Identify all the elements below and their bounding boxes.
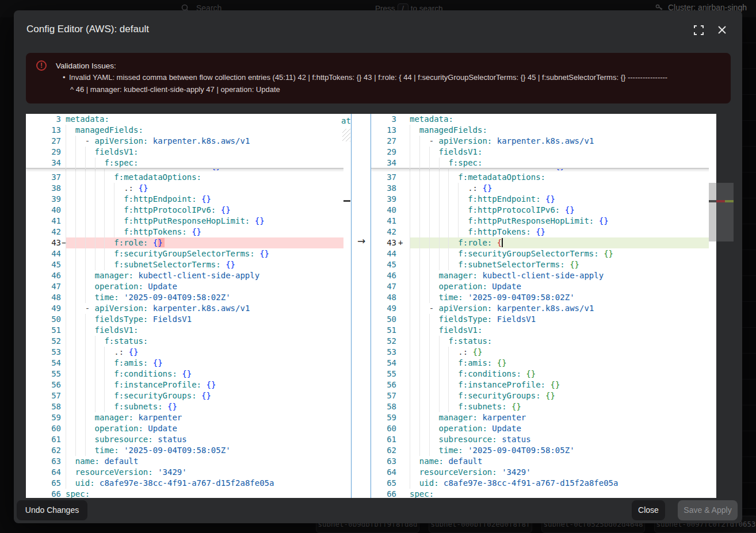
line-number: 53 [26, 347, 61, 358]
code-line[interactable]: 60operation: Update [371, 423, 716, 434]
line-number: 52 [371, 336, 396, 347]
code-line[interactable]: 46manager: kubectl-client-side-apply [371, 270, 716, 281]
expand-icon[interactable] [694, 25, 704, 36]
code-line[interactable]: 42f:httpTokens: {} [26, 227, 351, 237]
code-line[interactable]: 13managedFields: [371, 125, 716, 136]
code-line[interactable]: 47operation: Update [371, 281, 716, 292]
code-line[interactable]: 50fieldsType: FieldsV1 [371, 314, 716, 325]
code-line[interactable]: 45f:subnetSelectorTerms: {} [26, 259, 351, 270]
line-number: 51 [26, 325, 61, 336]
line-number: 39 [26, 194, 61, 205]
code-line[interactable]: 59manager: karpenter [371, 412, 716, 423]
code-line[interactable]: 55f:conditions: {} [371, 369, 716, 379]
clipped-line: f:amiSelectorTerms: {} [371, 169, 716, 172]
overview-slider [716, 183, 734, 241]
code-line[interactable]: 63name: default [371, 456, 716, 467]
code-line[interactable]: 64resourceVersion: '3429' [371, 467, 716, 478]
code-line[interactable]: 58f:subnets: {} [26, 401, 351, 412]
code-line[interactable]: 27- apiVersion: karpenter.k8s.aws/v1 [371, 136, 716, 147]
code-line[interactable]: 51fieldsV1: [26, 325, 351, 336]
close-icon[interactable] [717, 25, 727, 36]
code-line[interactable]: 43+f:role: { [371, 237, 716, 248]
code-line[interactable]: 55f:conditions: {} [26, 369, 351, 379]
line-number: 53 [371, 347, 396, 358]
code-line[interactable]: 63name: default [26, 456, 351, 467]
code-line[interactable]: 50fieldsType: FieldsV1 [26, 314, 351, 325]
code-line[interactable]: 49- apiVersion: karpenter.k8s.aws/v1 [26, 303, 351, 314]
scrollbar-thumb[interactable] [709, 183, 716, 241]
code-line[interactable]: 41f:httpPutResponseHopLimit: {} [26, 216, 351, 227]
code-line[interactable]: 58f:subnets: {} [371, 401, 716, 412]
code-line[interactable]: 37f:metadataOptions: [26, 172, 351, 183]
code-line[interactable]: 60operation: Update [26, 423, 351, 434]
code-line[interactable]: 29fieldsV1: [26, 147, 351, 158]
modified-pane[interactable]: 37f:metadataOptions:38.: {}39f:httpEndpo… [371, 114, 716, 498]
code-line[interactable]: 46manager: kubectl-client-side-apply [26, 270, 351, 281]
code-line[interactable]: 66spec: [371, 489, 716, 498]
code-line[interactable]: 3metadata: [371, 114, 716, 125]
code-line[interactable]: 38.: {} [26, 183, 351, 194]
code-line[interactable]: 56f:instanceProfile: {} [26, 379, 351, 390]
code-line[interactable]: 47operation: Update [26, 281, 351, 292]
line-number: 65 [371, 478, 396, 489]
code-line[interactable]: 38.: {} [371, 183, 716, 194]
line-number: 60 [371, 423, 396, 434]
code-line[interactable]: 13managedFields: [26, 125, 351, 136]
validation-message-line2: ^ 46 | manager: kubectl-client-side-appl… [70, 85, 280, 94]
line-number: 49 [26, 303, 61, 314]
code-line[interactable]: 52f:status: [26, 336, 351, 347]
code-line[interactable]: 65uid: c8afe97e-38cc-4f91-a767-d15f2a8fe… [371, 478, 716, 489]
code-line[interactable]: 41f:httpPutResponseHopLimit: {} [371, 216, 716, 227]
line-number: 47 [26, 281, 61, 292]
code-line[interactable]: 54f:amis: {} [26, 358, 351, 369]
code-line[interactable]: 52f:status: [371, 336, 716, 347]
code-line[interactable]: 29fieldsV1: [371, 147, 716, 158]
code-line[interactable]: 48time: '2025-09-04T09:58:02Z' [26, 292, 351, 303]
scrollbar-track[interactable] [709, 114, 716, 498]
undo-changes-button[interactable]: Undo Changes [17, 500, 87, 520]
code-line[interactable]: 62time: '2025-09-04T09:58:05Z' [371, 445, 716, 456]
code-line[interactable]: 27- apiVersion: karpenter.k8s.aws/v1 [26, 136, 351, 147]
close-button[interactable]: Close [632, 500, 665, 520]
line-number: 56 [371, 379, 396, 390]
code-line[interactable]: 57f:securityGroups: {} [26, 390, 351, 401]
code-line[interactable]: 62time: '2025-09-04T09:58:05Z' [26, 445, 351, 456]
code-line[interactable]: 39f:httpEndpoint: {} [26, 194, 351, 205]
save-apply-button[interactable]: Save & Apply [678, 500, 738, 520]
code-line[interactable]: 54f:amis: {} [371, 358, 716, 369]
code-line[interactable]: 43−f:role: {} [26, 237, 351, 248]
code-line[interactable]: 45f:subnetSelectorTerms: {} [371, 259, 716, 270]
revert-arrow-icon[interactable]: → [357, 236, 365, 247]
code-line[interactable]: 48time: '2025-09-04T09:58:02Z' [371, 292, 716, 303]
code-line[interactable]: 53.: {} [26, 347, 351, 358]
line-number: 37 [371, 172, 396, 183]
code-line[interactable]: 56f:instanceProfile: {} [371, 379, 716, 390]
code-line[interactable]: 37f:metadataOptions: [371, 172, 716, 183]
line-number: 54 [26, 358, 61, 369]
code-line[interactable]: 34f:spec: [26, 158, 351, 168]
code-line[interactable]: 53.: {} [371, 347, 716, 358]
code-line[interactable]: 40f:httpProtocolIPv6: {} [371, 205, 716, 216]
code-line[interactable]: 61subresource: status [371, 434, 716, 445]
code-line[interactable]: 65uid: c8afe97e-38cc-4f91-a767-d15f2a8fe… [26, 478, 351, 489]
line-number: 66 [371, 489, 396, 498]
code-line[interactable]: 64resourceVersion: '3429' [26, 467, 351, 478]
line-number: 51 [371, 325, 396, 336]
code-line[interactable]: 42f:httpTokens: {} [371, 227, 716, 237]
code-line[interactable]: 66spec: [26, 489, 351, 498]
code-line[interactable]: 57f:securityGroups: {} [371, 390, 716, 401]
code-line[interactable]: 61subresource: status [26, 434, 351, 445]
code-line[interactable]: 44f:securityGroupSelectorTerms: {} [26, 248, 351, 259]
line-number: 29 [26, 147, 61, 158]
code-line[interactable]: 49- apiVersion: karpenter.k8s.aws/v1 [371, 303, 716, 314]
code-line[interactable]: 3metadata: [26, 114, 351, 125]
code-line[interactable]: 40f:httpProtocolIPv6: {} [26, 205, 351, 216]
code-line[interactable]: 59manager: karpenter [26, 412, 351, 423]
code-line[interactable]: 44f:securityGroupSelectorTerms: {} [371, 248, 716, 259]
code-line[interactable]: 34f:spec: [371, 158, 716, 168]
code-line[interactable]: 51fieldsV1: [371, 325, 716, 336]
diff-sash[interactable] [351, 114, 371, 498]
line-number: 63 [26, 456, 61, 467]
original-pane[interactable]: 37f:metadataOptions:38.: {}39f:httpEndpo… [26, 114, 351, 498]
code-line[interactable]: 39f:httpEndpoint: {} [371, 194, 716, 205]
